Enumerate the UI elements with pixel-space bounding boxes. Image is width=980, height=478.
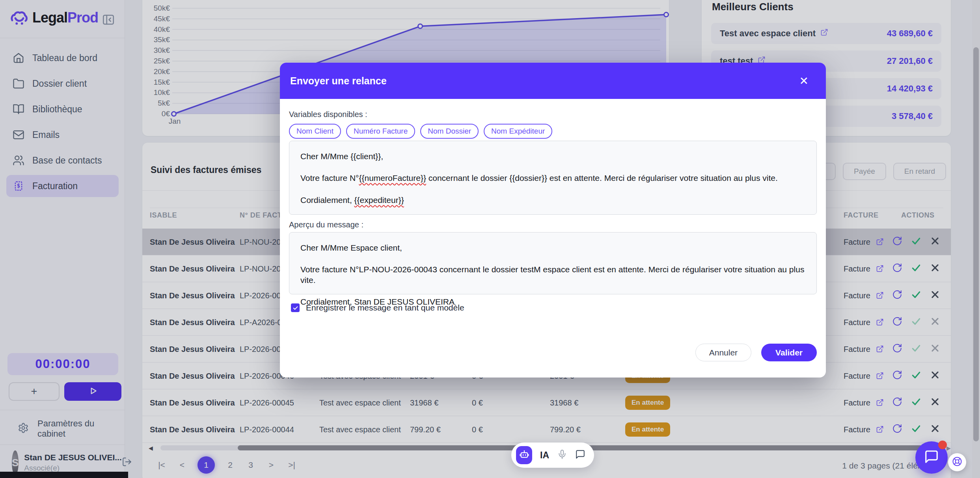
- help-button[interactable]: [948, 453, 966, 471]
- checkbox-label: Enregistrer le message en tant que modèl…: [306, 303, 464, 312]
- editor-line: Cher M/Mme {{client}},: [300, 151, 805, 162]
- variables-label: Variables disponibles :: [289, 110, 367, 119]
- ai-toolbar: IA: [511, 443, 594, 468]
- relance-dialog: Envoyer une relance ✕ Variables disponib…: [280, 63, 826, 378]
- close-icon[interactable]: ✕: [799, 74, 809, 87]
- message-preview: Cher M/Mme Espace client, Votre facture …: [289, 232, 817, 294]
- dialog-header: Envoyer une relance ✕: [280, 63, 826, 99]
- variable-chip-nom-client[interactable]: Nom Client: [289, 124, 341, 139]
- chat-icon[interactable]: [575, 449, 585, 461]
- preview-line: Cher M/Mme Espace client,: [300, 243, 805, 253]
- save-template-checkbox[interactable]: Enregistrer le message en tant que modèl…: [291, 303, 464, 312]
- cancel-button[interactable]: Annuler: [695, 344, 751, 361]
- dialog-title: Envoyer une relance: [290, 75, 387, 87]
- robot-icon: [519, 449, 530, 461]
- app-root: LegalProd Tableau de bordDossier clientB…: [0, 0, 980, 478]
- chat-bubble-icon: [924, 449, 939, 466]
- checkbox-checked-icon[interactable]: [291, 303, 300, 312]
- support-chat-button[interactable]: [915, 441, 948, 474]
- ai-assistant-button[interactable]: [516, 446, 532, 464]
- variable-chip-nom-expediteur[interactable]: Nom Expéditeur: [484, 124, 552, 139]
- lifebuoy-icon: [952, 456, 963, 469]
- preview-line: Votre facture N°LP-NOU-2026-00043 concer…: [300, 264, 805, 285]
- submit-button[interactable]: Valider: [761, 344, 817, 361]
- preview-label: Aperçu du message :: [289, 220, 363, 229]
- editor-line: Cordialement, {{expediteur}}: [300, 195, 805, 205]
- variable-chip-numero-facture[interactable]: Numéro Facture: [346, 124, 415, 139]
- editor-line: Votre facture N°{{numeroFacture}} concer…: [300, 173, 805, 183]
- message-editor[interactable]: Cher M/Mme {{client}}, Votre facture N°{…: [289, 141, 817, 215]
- microphone-icon[interactable]: [557, 449, 567, 461]
- ai-label: IA: [540, 450, 549, 461]
- variable-chip-nom-dossier[interactable]: Nom Dossier: [420, 124, 479, 139]
- notification-dot: [938, 441, 947, 449]
